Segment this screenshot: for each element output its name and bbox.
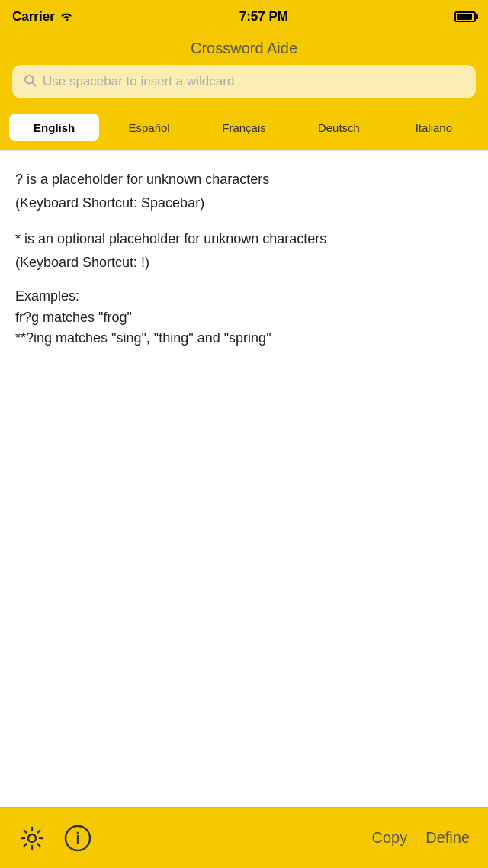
- wildcard-star-section: * is an optional placeholder for unknown…: [15, 229, 473, 273]
- app-title: Crossword Aide: [191, 40, 297, 57]
- toolbar-left: [18, 825, 92, 852]
- examples-section: Examples: fr?g matches "frog" **?ing mat…: [15, 288, 473, 349]
- search-icon: [23, 73, 37, 91]
- carrier-label: Carrier: [12, 9, 55, 24]
- gear-icon: [18, 825, 46, 852]
- tab-english[interactable]: English: [9, 114, 99, 141]
- examples-label: Examples:: [15, 288, 473, 304]
- status-bar: Carrier 7:57 PM: [0, 0, 488, 34]
- language-tabs: English Español Français Deutsch Italian…: [0, 108, 488, 151]
- bottom-toolbar: Copy Define: [0, 807, 488, 868]
- tab-deutsch[interactable]: Deutsch: [294, 114, 384, 141]
- tab-francais[interactable]: Français: [199, 114, 289, 141]
- wifi-icon: [59, 11, 73, 22]
- wildcard-question-text: ? is a placeholder for unknown character…: [15, 169, 473, 190]
- app-header: Crossword Aide Use spacebar to insert a …: [0, 34, 488, 108]
- wildcard-star-text: * is an optional placeholder for unknown…: [15, 229, 473, 249]
- svg-line-1: [32, 82, 35, 85]
- info-icon: [64, 825, 92, 852]
- svg-point-2: [28, 834, 36, 842]
- copy-button[interactable]: Copy: [371, 829, 407, 847]
- tab-italiano[interactable]: Italiano: [389, 114, 479, 141]
- status-bar-right: [454, 11, 476, 22]
- svg-point-5: [77, 831, 79, 834]
- search-bar[interactable]: Use spacebar to insert a wildcard: [12, 65, 476, 98]
- battery-icon: [454, 11, 476, 22]
- status-bar-left: Carrier: [12, 9, 73, 24]
- search-placeholder: Use spacebar to insert a wildcard: [43, 74, 234, 89]
- toolbar-right: Copy Define: [371, 829, 470, 847]
- main-content: ? is a placeholder for unknown character…: [0, 151, 488, 367]
- info-button[interactable]: [64, 825, 92, 852]
- settings-button[interactable]: [18, 825, 46, 852]
- example-1: fr?g matches "frog": [15, 307, 473, 328]
- define-button[interactable]: Define: [425, 829, 470, 847]
- wildcard-question-section: ? is a placeholder for unknown character…: [15, 169, 473, 214]
- tab-espanol[interactable]: Español: [104, 114, 194, 141]
- wildcard-star-shortcut: (Keyboard Shortcut: !): [15, 252, 473, 273]
- status-bar-time: 7:57 PM: [239, 9, 288, 24]
- wildcard-question-shortcut: (Keyboard Shortcut: Spacebar): [15, 193, 473, 214]
- example-2: **?ing matches "sing", "thing" and "spri…: [15, 328, 473, 349]
